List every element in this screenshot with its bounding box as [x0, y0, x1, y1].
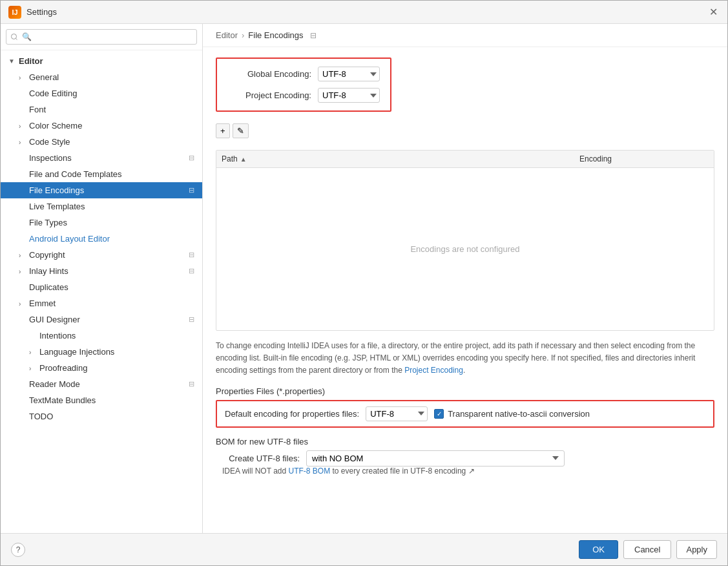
- settings-icon: ⊟: [189, 380, 194, 388]
- sidebar-item-label: Duplicates: [29, 282, 68, 292]
- properties-section: Properties Files (*.properties) Default …: [216, 386, 714, 428]
- idea-note: IDEA will NOT add UTF-8 BOM to every cre…: [216, 466, 714, 476]
- sidebar-item-general[interactable]: › General: [1, 69, 202, 85]
- encodings-table: Path ▲ Encoding Encodings are not config…: [216, 150, 714, 331]
- sidebar-item-label: Intentions: [39, 331, 76, 341]
- sidebar-item-label: File Encodings: [29, 185, 84, 195]
- sidebar-item-label: Reader Mode: [29, 379, 80, 389]
- sidebar-item-language-injections[interactable]: › Language Injections: [1, 344, 202, 360]
- sidebar-item-copyright[interactable]: › Copyright ⊟: [1, 247, 202, 263]
- settings-icon: ⊟: [189, 251, 194, 259]
- sidebar-item-textmate-bundles[interactable]: TextMate Bundles: [1, 392, 202, 408]
- empty-message: Encodings are not configured: [410, 244, 519, 254]
- sidebar-item-reader-mode[interactable]: Reader Mode ⊟: [1, 376, 202, 392]
- search-input[interactable]: [6, 29, 197, 45]
- transparent-checkbox-label[interactable]: ✓ Transparent native-to-ascii conversion: [434, 409, 590, 419]
- sidebar-item-label: Inspections: [29, 153, 72, 163]
- bom-select-container: with NO BOM with BOM: [306, 450, 565, 466]
- table-toolbar: + ✎: [216, 121, 714, 141]
- titlebar: IJ Settings ✕: [1, 1, 727, 24]
- sidebar-item-inlay-hints[interactable]: › Inlay Hints ⊟: [1, 263, 202, 279]
- breadcrumb-separator: ›: [242, 30, 244, 40]
- sidebar-item-label: Live Templates: [29, 202, 85, 211]
- sidebar-item-file-types[interactable]: File Types: [1, 215, 202, 231]
- settings-window: IJ Settings ✕ ▼ Editor › General: [0, 0, 728, 566]
- info-text: To change encoding IntelliJ IDEA uses fo…: [216, 340, 714, 377]
- default-encoding-label: Default encoding for properties files:: [225, 409, 359, 419]
- settings-icon: ⊟: [189, 267, 194, 275]
- apply-button[interactable]: Apply: [676, 540, 717, 559]
- sidebar-item-duplicates[interactable]: Duplicates: [1, 279, 202, 295]
- chevron-right-icon: ›: [19, 123, 26, 130]
- sidebar-item-label: Color Scheme: [29, 121, 82, 131]
- breadcrumb: Editor › File Encodings ⊟: [203, 24, 727, 47]
- create-utf8-label: Create UTF-8 files:: [216, 454, 300, 463]
- sidebar-item-label: General: [29, 72, 59, 82]
- sidebar-item-proofreading[interactable]: › Proofreading: [1, 360, 202, 376]
- window-title: Settings: [26, 7, 57, 17]
- sidebar-item-label: Inlay Hints: [29, 266, 68, 276]
- transparent-label: Transparent native-to-ascii conversion: [448, 409, 590, 419]
- add-button[interactable]: +: [216, 123, 230, 138]
- sidebar-item-todo[interactable]: TODO: [1, 408, 202, 424]
- sidebar-item-file-code-templates[interactable]: File and Code Templates: [1, 166, 202, 182]
- sidebar-item-gui-designer[interactable]: GUI Designer ⊟: [1, 311, 202, 328]
- settings-icon: ⊟: [189, 315, 194, 324]
- sidebar-item-inspections[interactable]: Inspections ⊟: [1, 150, 202, 166]
- bom-section-title: BOM for new UTF-8 files: [216, 437, 714, 446]
- path-column-header[interactable]: Path ▲: [222, 154, 579, 163]
- project-encoding-row: Project Encoding: UTF-8 ISO-8859-1: [227, 88, 380, 103]
- ok-button[interactable]: OK: [579, 540, 618, 559]
- main-layout: ▼ Editor › General Code Editing Font: [1, 24, 727, 533]
- settings-gear-icon: ⊟: [310, 31, 317, 40]
- titlebar-left: IJ Settings: [8, 6, 57, 19]
- chevron-right-icon: ›: [19, 268, 26, 275]
- indent: ›: [19, 250, 26, 260]
- sidebar-item-emmet[interactable]: › Emmet: [1, 295, 202, 311]
- transparent-checkbox[interactable]: ✓: [434, 409, 444, 419]
- indent: ›: [19, 299, 26, 308]
- footer-right: OK Cancel Apply: [579, 540, 717, 559]
- properties-section-title: Properties Files (*.properties): [216, 386, 714, 396]
- properties-encoding-select[interactable]: UTF-8 ISO-8859-1: [366, 406, 428, 421]
- utf8-bom-link[interactable]: UTF-8 BOM: [288, 466, 330, 476]
- sidebar-item-font[interactable]: Font: [1, 101, 202, 118]
- sidebar-item-code-style[interactable]: › Code Style: [1, 134, 202, 150]
- sidebar-item-file-encodings[interactable]: File Encodings ⊟: [1, 182, 202, 198]
- chevron-right-icon: ›: [29, 349, 37, 356]
- sidebar-item-label: Emmet: [29, 299, 56, 308]
- nav-tree: ▼ Editor › General Code Editing Font: [1, 50, 202, 533]
- chevron-right-icon: ›: [19, 300, 26, 308]
- sidebar-item-android-layout-editor[interactable]: Android Layout Editor: [1, 231, 202, 247]
- sidebar-item-code-editing[interactable]: Code Editing: [1, 85, 202, 101]
- settings-panel: Global Encoding: UTF-8 ISO-8859-1 US-ASC…: [203, 47, 727, 533]
- sidebar-item-live-templates[interactable]: Live Templates: [1, 198, 202, 215]
- sidebar-item-intentions[interactable]: Intentions: [1, 328, 202, 344]
- path-label: Path: [222, 154, 238, 163]
- settings-icon: ⊟: [189, 154, 194, 162]
- bom-select[interactable]: with NO BOM with BOM: [306, 450, 565, 466]
- sidebar-item-editor[interactable]: ▼ Editor: [1, 53, 202, 69]
- global-encoding-select[interactable]: UTF-8 ISO-8859-1 US-ASCII: [318, 67, 380, 81]
- cancel-button[interactable]: Cancel: [623, 540, 671, 559]
- indent: ›: [29, 347, 37, 357]
- breadcrumb-parent: Editor: [216, 30, 238, 40]
- sidebar-item-label: Android Layout Editor: [29, 234, 110, 244]
- table-body: Encodings are not configured: [216, 168, 714, 330]
- chevron-right-icon: ›: [19, 252, 26, 259]
- close-button[interactable]: ✕: [709, 7, 720, 17]
- sidebar-item-label: Editor: [19, 56, 43, 66]
- help-button[interactable]: ?: [11, 543, 25, 557]
- sort-icon: ▲: [240, 156, 247, 163]
- project-encoding-select[interactable]: UTF-8 ISO-8859-1: [318, 88, 380, 103]
- breadcrumb-current: File Encodings: [248, 30, 303, 40]
- sidebar: ▼ Editor › General Code Editing Font: [1, 24, 203, 533]
- indent: ›: [29, 363, 37, 373]
- project-encoding-link[interactable]: Project Encoding: [404, 366, 463, 375]
- project-encoding-label: Project Encoding:: [227, 90, 311, 100]
- edit-button[interactable]: ✎: [233, 123, 249, 138]
- expand-spacer: ›: [19, 72, 26, 82]
- sidebar-item-color-scheme[interactable]: › Color Scheme: [1, 118, 202, 134]
- sidebar-item-label: File Types: [29, 218, 67, 227]
- sidebar-item-label: GUI Designer: [29, 315, 80, 324]
